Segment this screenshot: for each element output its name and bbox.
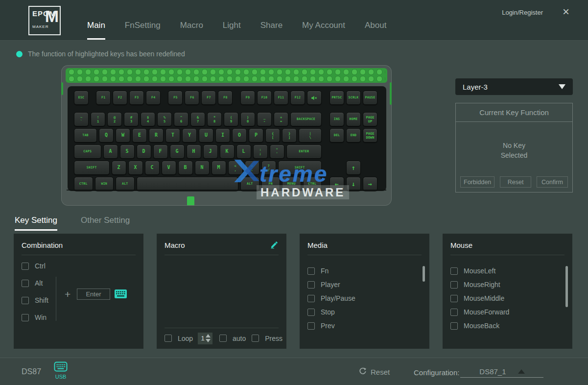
key-f3[interactable]: F3	[129, 91, 144, 105]
key-end[interactable]: END	[346, 128, 361, 143]
stepper-down-icon[interactable]	[206, 339, 211, 342]
key-arrow-right[interactable]: →	[363, 177, 377, 191]
nav-item-about[interactable]: About	[365, 21, 386, 31]
key-f8[interactable]: F8	[218, 91, 233, 105]
key-8[interactable]: *8	[207, 112, 222, 126]
key-ctrl[interactable]: CTRL	[74, 177, 93, 191]
checkbox-mouseback[interactable]	[450, 322, 458, 330]
edit-pencil-icon[interactable]	[270, 241, 279, 251]
auto-checkbox[interactable]	[219, 335, 227, 342]
nav-item-my-account[interactable]: My Account	[302, 21, 345, 31]
key-caps[interactable]: CAPS	[74, 144, 101, 159]
key-sym[interactable]: {[	[265, 128, 280, 143]
key-o[interactable]: O	[232, 128, 247, 143]
key-e[interactable]: E	[132, 128, 147, 143]
key-f2[interactable]: F2	[113, 91, 127, 105]
nav-item-macro[interactable]: Macro	[180, 21, 203, 31]
key-prtsc[interactable]: PRTSC	[329, 91, 344, 105]
checkbox-prev[interactable]	[307, 322, 315, 330]
checkbox-win[interactable]	[22, 314, 29, 321]
key-a[interactable]: A	[103, 144, 118, 159]
key-1[interactable]: !1	[91, 112, 105, 126]
checkbox-mousemiddle[interactable]	[450, 295, 458, 302]
key-sym[interactable]: ~`	[74, 112, 89, 126]
checkbox-ctrl[interactable]	[22, 263, 29, 270]
key-6[interactable]: ^6	[174, 112, 188, 126]
key-f10[interactable]: F10	[257, 91, 272, 105]
key-ins[interactable]: INS	[329, 112, 344, 126]
layer-dropdown[interactable]: Layer-3	[455, 78, 573, 95]
checkbox-mouseleft[interactable]	[450, 267, 458, 275]
key-f5[interactable]: F5	[168, 91, 183, 105]
key-enter[interactable]: ENTER	[286, 144, 322, 159]
key-y[interactable]: Y	[182, 128, 197, 143]
key-k[interactable]: K	[220, 144, 235, 159]
combination-key-field[interactable]: Enter	[77, 289, 110, 300]
key-m[interactable]: M	[212, 161, 226, 175]
key-sym[interactable]: :;	[253, 144, 268, 159]
reset-key-button[interactable]: Reset	[500, 176, 531, 188]
key-9[interactable]: (9	[224, 112, 238, 126]
key-sym[interactable]: "'	[270, 144, 284, 159]
keyboard-icon[interactable]	[115, 289, 127, 300]
key-j[interactable]: J	[203, 144, 218, 159]
key-f4[interactable]: F4	[146, 91, 161, 105]
close-icon[interactable]: ×	[563, 5, 569, 19]
key-page-down[interactable]: PAGEDOWN	[363, 128, 377, 143]
loop-count-stepper[interactable]: 1	[198, 333, 212, 344]
checkbox-play-pause[interactable]	[307, 295, 315, 302]
key-i[interactable]: I	[215, 128, 230, 143]
key-q[interactable]: Q	[99, 128, 114, 143]
key-f12[interactable]: F12	[290, 91, 305, 105]
key-f1[interactable]: F1	[96, 91, 111, 105]
key-f7[interactable]: F7	[201, 91, 216, 105]
checkbox-mouseright[interactable]	[450, 281, 458, 289]
scrollbar-thumb[interactable]	[565, 266, 568, 307]
press-checkbox[interactable]	[252, 335, 259, 342]
key-t[interactable]: T	[165, 128, 180, 143]
key-b[interactable]: B	[178, 161, 193, 175]
key-7[interactable]: &7	[190, 112, 205, 126]
key-sym[interactable]: _-	[257, 112, 272, 126]
loop-checkbox[interactable]	[165, 335, 172, 342]
key-3[interactable]: #3	[124, 112, 139, 126]
key-f9[interactable]: F9	[240, 91, 255, 105]
key-f11[interactable]: F11	[274, 91, 288, 105]
key-sym[interactable]: +=	[274, 112, 288, 126]
key-0[interactable]: )0	[240, 112, 255, 126]
key-esc[interactable]: ESC	[74, 91, 89, 105]
key-sym[interactable]: }]	[282, 128, 297, 143]
key-pause[interactable]: PAUSE	[363, 91, 377, 105]
key-shift[interactable]: SHIFT	[74, 161, 110, 175]
key-sym[interactable]: |\	[299, 128, 322, 143]
nav-item-share[interactable]: Share	[260, 21, 282, 31]
key-backspace[interactable]: BACKSPACE	[290, 112, 322, 126]
key-p[interactable]: P	[249, 128, 263, 143]
key-g[interactable]: G	[170, 144, 185, 159]
key-tab[interactable]: TAB	[74, 128, 97, 143]
nav-item-light[interactable]: Light	[223, 21, 241, 31]
checkbox-player[interactable]	[307, 281, 315, 289]
checkbox-shift[interactable]	[22, 297, 29, 304]
key-l[interactable]: L	[236, 144, 251, 159]
key-w[interactable]: W	[116, 128, 130, 143]
key-c[interactable]: C	[145, 161, 160, 175]
key-z[interactable]: Z	[112, 161, 126, 175]
key-h[interactable]: H	[187, 144, 201, 159]
checkbox-fn[interactable]	[307, 267, 315, 275]
tab-other-setting[interactable]: Other Setting	[81, 216, 130, 226]
key-d[interactable]: D	[137, 144, 151, 159]
key-scrlk[interactable]: SCRLK	[346, 91, 361, 105]
checkbox-mouseforward[interactable]	[450, 309, 458, 316]
key-n[interactable]: N	[195, 161, 210, 175]
key-page-up[interactable]: PAGEUP	[363, 112, 377, 126]
key-home[interactable]: HOME	[346, 112, 361, 126]
confirm-button[interactable]: Confirm	[537, 176, 568, 188]
reset-button[interactable]: Reset	[359, 367, 390, 377]
key-f6[interactable]: F6	[185, 91, 199, 105]
forbidden-button[interactable]: Forbidden	[460, 176, 494, 188]
key-del[interactable]: DEL	[329, 128, 344, 143]
key-mute[interactable]	[307, 91, 322, 105]
tab-key-setting[interactable]: Key Setting	[15, 216, 57, 226]
key-s[interactable]: S	[120, 144, 135, 159]
